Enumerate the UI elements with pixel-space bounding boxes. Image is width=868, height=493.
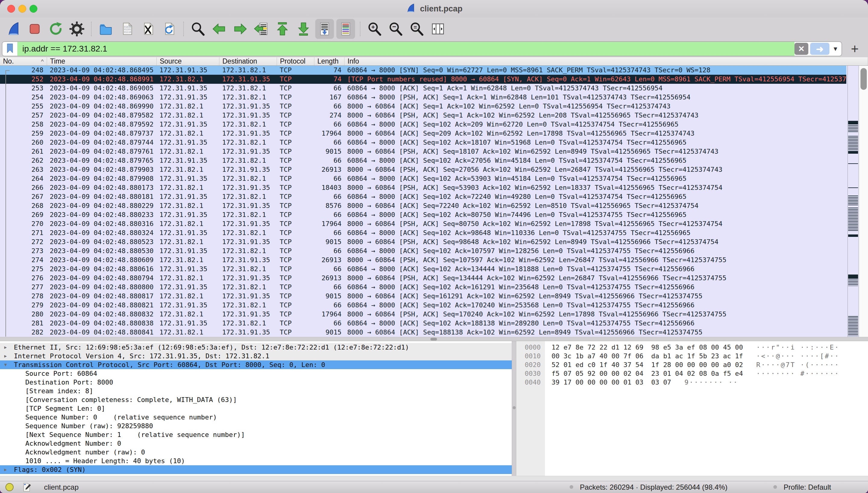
close-file-button[interactable]: [139, 19, 157, 39]
column-header-protocol[interactable]: Protocol: [277, 57, 314, 65]
packet-row-266[interactable]: 2662023-04-09 04:02:48.880173172.31.82.1…: [0, 183, 846, 192]
packet-row-278[interactable]: 2782023-04-09 04:02:48.880817172.31.82.1…: [0, 292, 846, 301]
colorize-button[interactable]: [337, 19, 355, 39]
detail-line-11[interactable]: Acknowledgment Number: 0: [0, 439, 512, 448]
intelligent-scrollbar-minimap[interactable]: [847, 66, 859, 337]
hex-row-0010[interactable]: 001000 3c 1b a7 40 00 7f 06da b1 ac 1f 5…: [516, 352, 868, 360]
start-capture-button[interactable]: [4, 19, 23, 39]
hex-row-0040[interactable]: 004039 17 00 00 00 00 01 0303 079·······…: [516, 378, 868, 387]
filter-dropdown-chevron[interactable]: ▼: [829, 45, 842, 52]
auto-scroll-button[interactable]: [315, 19, 334, 39]
detail-line-7[interactable]: [TCP Segment Len: 0]: [0, 404, 512, 413]
filter-apply-button[interactable]: ➜: [810, 43, 829, 55]
go-to-packet-button[interactable]: [252, 19, 270, 39]
packet-row-275[interactable]: 2752023-04-09 04:02:48.880616172.31.91.3…: [0, 264, 846, 274]
packet-row-274[interactable]: 2742023-04-09 04:02:48.880609172.31.82.1…: [0, 256, 846, 264]
splitter-handle-dot[interactable]: [513, 406, 516, 409]
packet-row-255[interactable]: 2552023-04-09 04:02:48.869990172.31.82.1…: [0, 102, 846, 111]
packet-row-248[interactable]: 2482023-04-09 04:02:48.868495172.31.91.3…: [0, 66, 846, 75]
pane-splitter-vertical[interactable]: [512, 341, 516, 476]
find-packet-button[interactable]: [189, 19, 208, 39]
detail-line-3[interactable]: Source Port: 60864: [0, 369, 512, 378]
filter-add-button[interactable]: +: [846, 40, 864, 57]
packet-row-269[interactable]: 2692023-04-09 04:02:48.880233172.31.91.3…: [0, 210, 846, 219]
zoom-100-button[interactable]: =: [408, 19, 426, 39]
capture-options-button[interactable]: [67, 19, 86, 39]
zoom-out-button[interactable]: −: [386, 19, 405, 39]
packet-row-267[interactable]: 2672023-04-09 04:02:48.880181172.31.91.3…: [0, 192, 846, 201]
packet-row-271[interactable]: 2712023-04-09 04:02:48.880324172.31.91.3…: [0, 229, 846, 237]
resize-columns-button[interactable]: [429, 19, 447, 39]
filter-clear-button[interactable]: ✕: [795, 43, 808, 55]
packet-row-268[interactable]: 2682023-04-09 04:02:48.880229172.31.82.1…: [0, 201, 846, 210]
previous-packet-button[interactable]: [210, 19, 229, 39]
cell-dst: 172.31.91.35: [219, 183, 277, 192]
detail-line-5[interactable]: [Stream index: 8]: [0, 387, 512, 395]
first-packet-button[interactable]: [273, 19, 292, 39]
save-file-button[interactable]: 010100110101110: [117, 19, 136, 39]
packet-row-276[interactable]: 2762023-04-09 04:02:48.880794172.31.82.1…: [0, 274, 846, 283]
open-file-button[interactable]: [96, 19, 115, 39]
packet-row-270[interactable]: 2702023-04-09 04:02:48.880316172.31.82.1…: [0, 219, 846, 229]
detail-line-4[interactable]: Destination Port: 8000: [0, 378, 512, 387]
expert-info-icon[interactable]: [5, 483, 14, 491]
restart-capture-button[interactable]: [46, 19, 65, 39]
packet-row-260[interactable]: 2602023-04-09 04:02:48.879744172.31.91.3…: [0, 138, 846, 147]
detail-line-6[interactable]: [Conversation completeness: Complete, WI…: [0, 395, 512, 404]
detail-line-9[interactable]: Sequence Number (raw): 928259880: [0, 422, 512, 430]
detail-line-12[interactable]: Acknowledgment number (raw): 0: [0, 448, 512, 456]
packet-row-264[interactable]: 2642023-04-09 04:02:48.879908172.31.91.3…: [0, 174, 846, 183]
chevron-right-icon[interactable]: ▸: [4, 352, 7, 360]
last-packet-button[interactable]: [294, 19, 313, 39]
detail-line-10[interactable]: [Next Sequence Number: 1 (relative seque…: [0, 430, 512, 439]
packet-row-253[interactable]: 2532023-04-09 04:02:48.869005172.31.91.3…: [0, 84, 846, 93]
packet-row-258[interactable]: 2582023-04-09 04:02:48.879592172.31.91.3…: [0, 120, 846, 129]
chevron-right-icon[interactable]: ▸: [4, 343, 7, 352]
packet-row-261[interactable]: 2612023-04-09 04:02:48.879761172.31.82.1…: [0, 147, 846, 156]
detail-line-1[interactable]: ▸Internet Protocol Version 4, Src: 172.3…: [0, 352, 512, 360]
zoom-in-button[interactable]: +: [365, 19, 384, 39]
column-header-destination[interactable]: Destination: [219, 57, 277, 65]
packet-row-272[interactable]: 2722023-04-09 04:02:48.880523172.31.82.1…: [0, 237, 846, 246]
column-header-no[interactable]: No.^: [0, 57, 47, 65]
detail-line-8[interactable]: Sequence Number: 0 (relative sequence nu…: [0, 413, 512, 422]
packet-row-281[interactable]: 2812023-04-09 04:02:48.880838172.31.91.3…: [0, 319, 846, 328]
column-header-time[interactable]: Time: [47, 57, 157, 65]
hex-row-0020[interactable]: 002052 01 ed c0 1f 40 37 541f 28 00 00 0…: [516, 360, 868, 369]
packet-row-263[interactable]: 2632023-04-09 04:02:48.879903172.31.82.1…: [0, 165, 846, 174]
reload-file-button[interactable]: [160, 19, 178, 39]
splitter-handle[interactable]: [430, 338, 437, 341]
capture-comment-icon[interactable]: [22, 483, 31, 493]
packet-row-277[interactable]: 2772023-04-09 04:02:48.880800172.31.91.3…: [0, 283, 846, 292]
detail-line-0[interactable]: ▸Ethernet II, Src: 12:69:98:e5:3a:ef (12…: [0, 343, 512, 352]
next-packet-button[interactable]: [231, 19, 249, 39]
stop-capture-button[interactable]: [25, 19, 44, 39]
packet-row-259[interactable]: 2592023-04-09 04:02:48.879737172.31.82.1…: [0, 129, 846, 138]
packet-row-279[interactable]: 2792023-04-09 04:02:48.880821172.31.91.3…: [0, 301, 846, 310]
hex-row-0030[interactable]: 0030f5 07 05 92 00 00 02 0423 01 04 02 0…: [516, 369, 868, 378]
chevron-right-icon[interactable]: ▸: [4, 465, 7, 474]
packet-row-252[interactable]: 2522023-04-09 04:02:48.868991172.31.82.1…: [0, 75, 846, 84]
column-header-source[interactable]: Source: [157, 57, 219, 65]
packet-row-280[interactable]: 2802023-04-09 04:02:48.880832172.31.82.1…: [0, 310, 846, 319]
hex-row-0000[interactable]: 000012 e7 8e 72 22 d1 12 6998 e5 3a ef 0…: [516, 343, 868, 352]
title-bar[interactable]: client.pcap: [0, 0, 868, 18]
scrollbar-thumb[interactable]: [861, 68, 867, 90]
pane-splitter-horizontal[interactable]: [0, 337, 868, 341]
packet-row-262[interactable]: 2622023-04-09 04:02:48.879765172.31.91.3…: [0, 156, 846, 165]
packet-list-scrollbar[interactable]: [859, 66, 868, 337]
display-filter-input[interactable]: ip.addr == 172.31.82.1: [18, 42, 795, 56]
packet-row-282[interactable]: 2822023-04-09 04:02:48.880841172.31.82.1…: [0, 328, 846, 337]
filter-bookmark-button[interactable]: [2, 42, 18, 56]
packet-row-273[interactable]: 2732023-04-09 04:02:48.880530172.31.91.3…: [0, 246, 846, 256]
cell-src: 172.31.91.35: [157, 192, 219, 201]
column-header-info[interactable]: Info: [345, 57, 868, 65]
packet-row-257[interactable]: 2572023-04-09 04:02:48.879582172.31.82.1…: [0, 111, 846, 120]
column-header-length[interactable]: Length: [314, 57, 345, 65]
status-profile[interactable]: Profile: Default: [784, 483, 831, 492]
chevron-down-icon[interactable]: ▾: [4, 360, 7, 369]
detail-line-14[interactable]: ▸Flags: 0x002 (SYN): [0, 465, 512, 474]
detail-line-13[interactable]: 1010 .... = Header Length: 40 bytes (10): [0, 456, 512, 465]
detail-line-2[interactable]: ▾Transmission Control Protocol, Src Port…: [0, 360, 512, 369]
packet-row-254[interactable]: 2542023-04-09 04:02:48.869063172.31.91.3…: [0, 93, 846, 102]
